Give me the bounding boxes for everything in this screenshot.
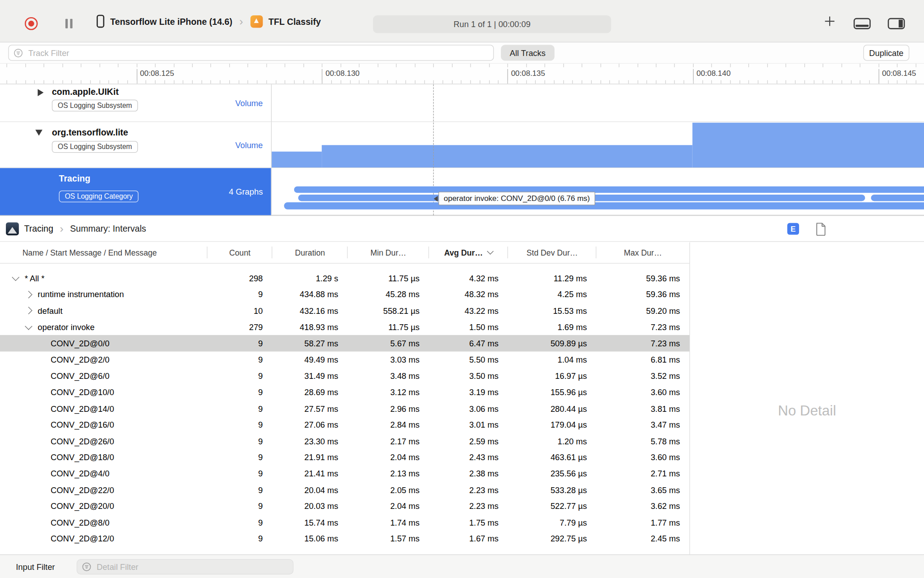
ruler-top-tick — [545, 64, 545, 67]
ruler-minor-tick — [702, 80, 702, 84]
row-count-cell: 9 — [208, 351, 273, 368]
row-name: CONV_2D@16/0 — [51, 420, 114, 429]
breadcrumb-root[interactable]: Tracing — [24, 224, 54, 233]
track-header[interactable]: Tracing OS Logging Category 4 Graphs — [0, 168, 271, 215]
row-name-cell: CONV_2D@26/0 — [0, 433, 208, 449]
track-filter-input[interactable] — [27, 47, 493, 58]
column-header-min[interactable]: Min Dur… — [348, 242, 429, 263]
ruler-top-tick — [229, 64, 230, 67]
record-icon[interactable] — [25, 17, 38, 30]
row-min-cell: 558.21 µs — [348, 303, 429, 319]
row-avg-cell: 2.23 ms — [429, 498, 508, 514]
table-row[interactable]: CONV_2D@14/0 9 27.57 ms 2.96 ms 3.06 ms … — [0, 401, 689, 417]
interval-lane[interactable] — [294, 186, 924, 193]
ruler-minor-tick — [174, 80, 174, 84]
ruler-top-tick — [878, 64, 879, 67]
table-row[interactable]: CONV_2D@20/0 9 20.03 ms 2.04 ms 2.23 ms … — [0, 498, 689, 514]
table-row[interactable]: operator invoke 279 418.93 ms 11.75 µs 1… — [0, 319, 689, 335]
table-row[interactable]: runtime instrumentation 9 434.88 ms 45.2… — [0, 286, 689, 303]
table-row[interactable]: CONV_2D@22/0 9 20.04 ms 2.05 ms 2.23 ms … — [0, 482, 689, 498]
table-row[interactable]: CONV_2D@4/0 9 21.41 ms 2.13 ms 2.38 ms 2… — [0, 466, 689, 482]
disclosure-icon[interactable] — [25, 307, 32, 315]
table-row[interactable]: CONV_2D@12/0 9 15.06 ms 1.57 ms 1.67 ms … — [0, 531, 689, 547]
row-name-cell: CONV_2D@6/0 — [0, 368, 208, 384]
ruler-minor-tick — [62, 80, 63, 84]
app-name[interactable]: TFL Classify — [268, 16, 321, 26]
disclosure-icon[interactable] — [25, 291, 32, 298]
row-stddev-cell: 292.75 µs — [508, 531, 596, 547]
track-meta[interactable]: Volume — [236, 140, 263, 149]
ruler-minor-tick — [183, 80, 183, 84]
table-row[interactable]: CONV_2D@18/0 9 21.91 ms 2.04 ms 2.43 ms … — [0, 449, 689, 466]
ruler-minor-tick — [16, 80, 16, 84]
row-duration-cell: 23.30 ms — [272, 433, 347, 449]
row-name-cell: CONV_2D@8/0 — [0, 514, 208, 531]
table-row[interactable]: * All * 298 1.29 s 11.75 µs 4.32 ms 11.2… — [0, 270, 689, 286]
column-header-count[interactable]: Count — [208, 242, 273, 263]
row-duration-cell: 27.57 ms — [272, 401, 347, 417]
track-row-tracing[interactable]: Tracing OS Logging Category 4 Graphs ope… — [0, 168, 924, 215]
disclosure-icon[interactable] — [12, 274, 19, 281]
column-header-name[interactable]: Name / Start Message / End Message — [0, 242, 208, 263]
all-tracks-button[interactable]: All Tracks — [501, 45, 554, 61]
track-meta[interactable]: 4 Graphs — [229, 186, 263, 196]
row-min-cell: 2.05 ms — [348, 482, 429, 498]
row-max-cell: 1.77 ms — [596, 514, 689, 531]
device-name[interactable]: Tensorflow Lite iPhone (14.6) — [110, 16, 232, 26]
track-meta[interactable]: Volume — [236, 98, 263, 107]
duplicate-button[interactable]: Duplicate — [863, 45, 909, 61]
row-min-cell: 45.28 ms — [348, 286, 429, 303]
column-header-max[interactable]: Max Dur… — [596, 242, 689, 263]
interval-lane[interactable] — [284, 202, 924, 210]
document-icon[interactable] — [816, 222, 827, 236]
track-filter-field[interactable] — [8, 45, 494, 61]
ruler-top-tick — [415, 64, 415, 67]
column-header-stddev[interactable]: Std Dev Dur… — [508, 242, 596, 263]
ruler-minor-tick — [378, 80, 378, 84]
instruments-window: Tensorflow Lite iPhone (14.6) › TFL Clas… — [0, 0, 924, 578]
row-avg-cell: 2.59 ms — [429, 433, 508, 449]
add-instrument-icon[interactable] — [824, 15, 836, 27]
track-row-tensorflow[interactable]: org.tensorflow.lite OS Logging Subsystem… — [0, 122, 924, 168]
table-row[interactable]: CONV_2D@16/0 9 27.06 ms 2.84 ms 3.01 ms … — [0, 417, 689, 433]
track-graph[interactable] — [271, 122, 924, 168]
column-header-avg[interactable]: Avg Dur… — [429, 242, 508, 263]
track-header[interactable]: com.apple.UIKit OS Logging Subsystem Vol… — [0, 84, 271, 122]
extended-detail-icon[interactable]: E — [787, 223, 799, 235]
row-count-cell: 9 — [208, 335, 273, 351]
row-name-cell: default — [0, 303, 208, 319]
disclosure-icon[interactable] — [25, 322, 32, 330]
ruler-minor-tick — [461, 80, 462, 84]
right-pane-toggle-icon[interactable] — [887, 18, 905, 29]
disclosure-down-icon[interactable] — [35, 130, 42, 135]
row-name: CONV_2D@2/0 — [51, 355, 109, 364]
disclosure-right-icon[interactable] — [38, 89, 44, 96]
pause-icon[interactable] — [65, 19, 73, 28]
row-count-cell: 9 — [208, 498, 273, 514]
row-count-cell: 9 — [208, 433, 273, 449]
track-row-uikit[interactable]: com.apple.UIKit OS Logging Subsystem Vol… — [0, 84, 924, 122]
track-header[interactable]: org.tensorflow.lite OS Logging Subsystem… — [0, 122, 271, 168]
table-row[interactable]: CONV_2D@2/0 9 49.49 ms 3.03 ms 5.50 ms 1… — [0, 351, 689, 368]
detail-filter-input[interactable] — [96, 561, 293, 572]
detail-filter-field[interactable] — [77, 559, 294, 574]
ruler-top-tick — [192, 64, 193, 67]
track-graph[interactable]: operator invoke: CONV_2D@0/0 (6.76 ms) — [271, 168, 924, 215]
track-graph[interactable] — [271, 84, 924, 122]
row-avg-cell: 48.32 ms — [429, 286, 508, 303]
table-row[interactable]: CONV_2D@8/0 9 15.74 ms 1.74 ms 1.75 ms 7… — [0, 514, 689, 531]
interval-lane[interactable] — [871, 195, 924, 201]
bottom-pane-toggle-icon[interactable] — [853, 18, 871, 29]
column-header-duration[interactable]: Duration — [272, 242, 347, 263]
table-row[interactable]: default 10 432.16 ms 558.21 µs 43.22 ms … — [0, 303, 689, 319]
table-row[interactable]: CONV_2D@26/0 9 23.30 ms 2.17 ms 2.59 ms … — [0, 433, 689, 449]
table-row[interactable]: CONV_2D@10/0 9 28.69 ms 3.12 ms 3.19 ms … — [0, 384, 689, 400]
timeline-ruler[interactable]: 00:08.12500:08.13000:08.13500:08.14000:0… — [0, 64, 924, 84]
ruler-minor-tick — [813, 80, 814, 84]
row-duration-cell: 434.88 ms — [272, 286, 347, 303]
breadcrumb-view[interactable]: Summary: Intervals — [70, 224, 146, 233]
target-selector[interactable]: Tensorflow Lite iPhone (14.6) › TFL Clas… — [97, 0, 321, 42]
table-row[interactable]: CONV_2D@6/0 9 31.49 ms 3.48 ms 3.50 ms 1… — [0, 368, 689, 384]
table-row[interactable]: CONV_2D@0/0 9 58.27 ms 5.67 ms 6.47 ms 5… — [0, 335, 689, 351]
row-duration-cell: 15.74 ms — [272, 514, 347, 531]
